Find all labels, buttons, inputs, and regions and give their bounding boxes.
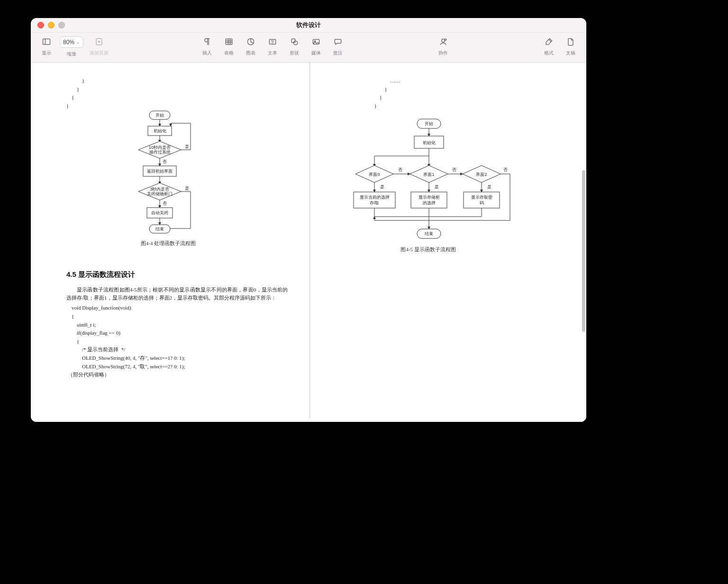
flow-no2: 否 xyxy=(163,201,167,206)
left-paragraph: 显示函数子流程图如图4-5所示；根据不同的显示函数显示不同的界面，界面0，显示当… xyxy=(66,286,288,302)
page-right: …… } } } 开始 初始化 xyxy=(310,63,579,418)
rb2b: 码 xyxy=(479,201,483,205)
rflow-no0: 否 xyxy=(398,167,402,172)
rflow-yes0: 是 xyxy=(380,184,384,189)
shape-icon xyxy=(289,36,300,47)
zoom-value: 80% xyxy=(63,39,74,46)
plus-page-icon xyxy=(94,36,104,47)
textbox-icon: 字 xyxy=(267,36,278,47)
toolbar-table-label: 表格 xyxy=(224,50,234,56)
page-left: } } } } 开始 初始化 xyxy=(36,63,310,418)
toolbar-insert[interactable]: 插入 xyxy=(196,36,218,56)
toolbar: 显示 80% ⌄ 缩放 添加页面 插入 表格 xyxy=(31,33,586,63)
flow-auto: 自动关闭 xyxy=(151,210,168,215)
rflow-yes1: 是 xyxy=(435,184,439,189)
format-icon xyxy=(544,36,554,47)
rflow-no2: 否 xyxy=(503,167,507,172)
toolbar-zoom-label: 缩放 xyxy=(67,51,76,57)
svg-point-14 xyxy=(293,41,297,45)
rflow-d1: 界面1 xyxy=(423,172,434,177)
window-title: 软件设计 xyxy=(31,18,586,32)
rb2a: 显示存取密 xyxy=(471,195,492,200)
toolbar-media[interactable]: 媒体 xyxy=(305,36,327,56)
right-code-top: …… } } } xyxy=(369,77,553,110)
toolbar-add-page: 添加页面 xyxy=(86,36,112,56)
vertical-scrollbar[interactable] xyxy=(582,170,585,332)
toolbar-table[interactable]: 表格 xyxy=(218,36,240,56)
rb0b: 存/取 xyxy=(369,201,379,205)
pages: } } } } 开始 初始化 xyxy=(36,63,579,418)
toolbar-zoom[interactable]: 80% ⌄ 缩放 xyxy=(57,36,86,57)
svg-point-16 xyxy=(314,41,316,42)
toolbar-shape[interactable]: 形状 xyxy=(283,36,305,56)
svg-rect-13 xyxy=(291,39,295,43)
sidebar-icon xyxy=(41,36,52,47)
flowchart-display: 开始 初始化 界面0 界面1 界面2 xyxy=(329,117,528,269)
flow-start: 开始 xyxy=(155,113,164,118)
rflow-yes2: 是 xyxy=(487,184,491,189)
rb1a: 显示存储柜 xyxy=(418,195,439,200)
flow-yes2: 是 xyxy=(185,186,189,191)
toolbar-text-label: 文本 xyxy=(268,50,277,56)
svg-rect-15 xyxy=(313,39,319,44)
toolbar-chart[interactable]: 图表 xyxy=(240,36,262,56)
toolbar-format[interactable]: 格式 xyxy=(538,36,560,56)
app-window: 软件设计 显示 80% ⌄ 缩放 添加页面 xyxy=(31,18,586,422)
svg-rect-0 xyxy=(43,39,50,45)
pilcrow-icon xyxy=(202,36,212,47)
collab-icon xyxy=(438,36,448,47)
media-icon xyxy=(311,36,321,47)
toolbar-insert-label: 插入 xyxy=(202,50,212,56)
rflow-init: 初始化 xyxy=(422,140,435,145)
svg-point-17 xyxy=(442,39,445,42)
toolbar-view[interactable]: 显示 xyxy=(36,36,57,56)
content-area: } } } } 开始 初始化 xyxy=(31,63,586,422)
svg-rect-5 xyxy=(226,39,232,45)
flow-no1: 否 xyxy=(163,159,167,164)
flow-back: 返回初始界面 xyxy=(147,169,173,173)
toolbar-collab-label: 协作 xyxy=(438,50,448,56)
chart-icon xyxy=(246,36,256,47)
toolbar-shape-label: 形状 xyxy=(290,50,299,56)
toolbar-view-label: 显示 xyxy=(42,50,51,56)
flow-cond1b: 操作过系统 xyxy=(149,150,171,155)
chevron-down-icon: ⌄ xyxy=(76,40,80,45)
toolbar-doc-label: 文稿 xyxy=(566,50,575,56)
rflow-start: 开始 xyxy=(425,121,433,126)
table-icon xyxy=(224,36,234,47)
toolbar-comment[interactable]: 批注 xyxy=(327,36,349,56)
flow-yes1: 是 xyxy=(185,144,189,149)
toolbar-document[interactable]: 文稿 xyxy=(560,36,582,56)
toolbar-comment-label: 批注 xyxy=(333,50,343,56)
toolbar-format-label: 格式 xyxy=(544,50,554,56)
flow-cond2b: 关闭储物柜门 xyxy=(147,192,173,196)
rb1b: 的选择 xyxy=(422,201,435,205)
flowchart-process: 开始 初始化 10秒内是否 操作过系统 是 否 xyxy=(109,110,228,262)
rb0a: 显示当前的选择 xyxy=(359,195,389,200)
toolbar-text[interactable]: 字 文本 xyxy=(262,36,283,56)
flow-cond1a: 10秒内是否 xyxy=(149,145,171,150)
rflow-d2: 界面2 xyxy=(476,172,487,177)
rflow-end: 结束 xyxy=(425,231,433,236)
flow-cond2a: 3秒内是否 xyxy=(150,187,169,192)
comment-icon xyxy=(333,36,343,47)
flow-end: 结束 xyxy=(155,227,164,231)
document-icon xyxy=(565,36,576,47)
rflow-no1: 否 xyxy=(452,167,456,172)
flow-init: 初始化 xyxy=(154,128,166,133)
section-title: 4.5 显示函数流程设计 xyxy=(66,270,288,279)
toolbar-collab[interactable]: 协作 xyxy=(432,36,454,56)
toolbar-chart-label: 图表 xyxy=(246,50,255,56)
rflow-d0: 界面0 xyxy=(369,172,380,177)
svg-point-18 xyxy=(445,39,447,41)
titlebar: 软件设计 xyxy=(31,18,586,33)
left-code-top: } } } } xyxy=(66,77,288,110)
toolbar-media-label: 媒体 xyxy=(311,50,321,56)
left-code-main: void Display_function(void) { uint8_t i;… xyxy=(66,304,288,379)
zoom-select[interactable]: 80% ⌄ xyxy=(60,36,83,48)
toolbar-addpage-label: 添加页面 xyxy=(90,50,109,56)
svg-text:字: 字 xyxy=(271,39,274,44)
